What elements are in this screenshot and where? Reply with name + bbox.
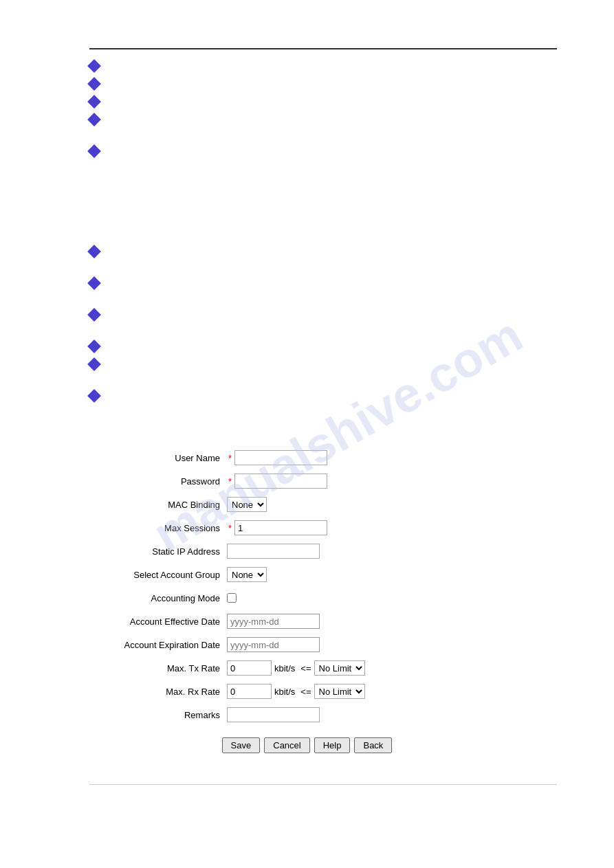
- mac-binding-select[interactable]: None: [227, 497, 267, 512]
- max-tx-rate-row: Max. Tx Rate kbit/s <= No Limit: [89, 659, 525, 677]
- diamond-bullet-icon: [87, 245, 101, 258]
- help-button[interactable]: Help: [314, 737, 351, 753]
- required-star: *: [228, 523, 232, 533]
- list-item: [89, 113, 525, 124]
- diamond-bullet-icon: [87, 59, 101, 73]
- expiration-date-label: Account Expiration Date: [89, 640, 227, 650]
- diamond-bullet-icon: [87, 389, 101, 403]
- rx-rate-controls: kbit/s <= No Limit: [227, 684, 365, 699]
- user-form: User Name * Password * MAC Binding None …: [89, 449, 525, 724]
- expiration-date-row: Account Expiration Date: [89, 636, 525, 654]
- remarks-input[interactable]: [227, 707, 320, 722]
- password-row: Password *: [89, 472, 525, 490]
- static-ip-input[interactable]: [227, 544, 320, 559]
- diamond-bullet-icon: [87, 77, 101, 91]
- remarks-label: Remarks: [89, 710, 227, 720]
- rx-limit-select[interactable]: No Limit: [314, 684, 365, 699]
- list-item: [89, 340, 525, 351]
- tx-unit-label: kbit/s: [274, 663, 295, 674]
- password-input[interactable]: [234, 474, 327, 489]
- list-item: [89, 145, 525, 156]
- bottom-divider: [89, 784, 557, 785]
- diamond-bullet-icon: [87, 340, 101, 353]
- list-item: [89, 96, 525, 107]
- required-star: *: [228, 476, 232, 487]
- user-name-label: User Name: [89, 453, 227, 463]
- static-ip-row: Static IP Address: [89, 542, 525, 560]
- password-label: Password: [89, 476, 227, 487]
- remarks-row: Remarks: [89, 706, 525, 724]
- max-rx-rate-row: Max. Rx Rate kbit/s <= No Limit: [89, 682, 525, 700]
- account-group-select[interactable]: None: [227, 567, 267, 582]
- rx-lte-symbol: <=: [300, 687, 311, 697]
- save-button[interactable]: Save: [222, 737, 261, 753]
- max-rx-rate-label: Max. Rx Rate: [89, 687, 227, 697]
- tx-limit-select[interactable]: No Limit: [314, 660, 365, 676]
- action-buttons: Save Cancel Help Back: [89, 737, 525, 753]
- list-item: [89, 309, 525, 320]
- accounting-mode-checkbox[interactable]: [227, 593, 237, 603]
- effective-date-label: Account Effective Date: [89, 616, 227, 627]
- diamond-bullet-icon: [87, 144, 101, 158]
- list-item: [89, 245, 525, 256]
- max-tx-rate-input[interactable]: [227, 660, 272, 676]
- list-item: [89, 390, 525, 401]
- accounting-mode-label: Accounting Mode: [89, 593, 227, 603]
- cancel-button[interactable]: Cancel: [264, 737, 309, 753]
- accounting-mode-row: Accounting Mode: [89, 589, 525, 607]
- diamond-bullet-icon: [87, 308, 101, 322]
- user-name-row: User Name *: [89, 449, 525, 467]
- required-star: *: [228, 453, 232, 463]
- static-ip-label: Static IP Address: [89, 546, 227, 557]
- expiration-date-input[interactable]: [227, 637, 320, 652]
- list-item: [89, 60, 525, 71]
- mac-binding-row: MAC Binding None: [89, 496, 525, 513]
- max-sessions-row: Max Sessions * 1: [89, 519, 525, 537]
- effective-date-row: Account Effective Date: [89, 612, 525, 630]
- diamond-bullet-icon: [87, 276, 101, 290]
- effective-date-input[interactable]: [227, 614, 320, 629]
- diamond-bullet-icon: [87, 357, 101, 371]
- account-group-label: Select Account Group: [89, 570, 227, 580]
- tx-lte-symbol: <=: [300, 663, 311, 674]
- diamond-bullet-icon: [87, 95, 101, 109]
- rx-unit-label: kbit/s: [274, 687, 295, 697]
- back-button[interactable]: Back: [354, 737, 392, 753]
- max-tx-rate-label: Max. Tx Rate: [89, 663, 227, 674]
- tx-rate-controls: kbit/s <= No Limit: [227, 660, 365, 676]
- max-sessions-label: Max Sessions: [89, 523, 227, 533]
- diamond-bullet-icon: [87, 113, 101, 126]
- list-item: [89, 277, 525, 288]
- mac-binding-label: MAC Binding: [89, 500, 227, 510]
- list-item: [89, 358, 525, 369]
- max-sessions-input[interactable]: 1: [234, 520, 327, 535]
- account-group-row: Select Account Group None: [89, 566, 525, 583]
- max-rx-rate-input[interactable]: [227, 684, 272, 699]
- user-name-input[interactable]: [234, 450, 327, 465]
- list-item: [89, 78, 525, 89]
